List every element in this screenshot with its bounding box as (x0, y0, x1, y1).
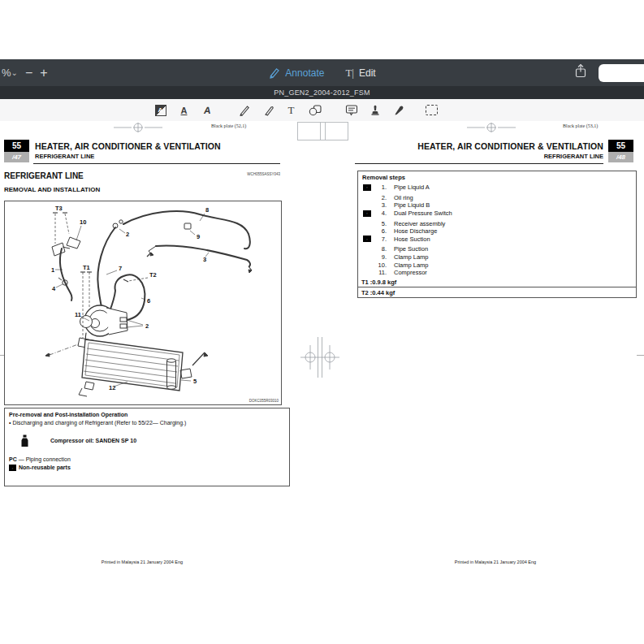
non-reusable-marker-icon: ◦ (363, 184, 371, 191)
removal-steps-title: Removal steps (362, 174, 636, 181)
diagram-callout-label: 2 (126, 231, 129, 238)
edit-label: Edit (359, 67, 376, 79)
step-number: 1. (374, 184, 387, 191)
chapter-title-left: HEATER, AIR CONDITIONER & VENTILATION (35, 141, 221, 151)
non-reusable-label: Non-reusable parts (19, 464, 71, 472)
pdf-document-view[interactable]: Black plate (52,1) 55 /47 HEATER, AIR CO… (0, 121, 644, 644)
removal-step: ◦7.Hose Suction (358, 236, 636, 244)
zoom-percent-label: % (2, 67, 11, 79)
info-box-title: Pre-removal and Post-installation Operat… (9, 411, 285, 419)
oil-bottle-icon (20, 434, 29, 447)
note-icon (345, 104, 358, 116)
diagram-callout-label: T1 (83, 264, 90, 271)
eraser-button[interactable] (261, 103, 274, 117)
share-button[interactable] (574, 63, 587, 82)
search-field[interactable] (599, 64, 644, 82)
diagram-callout-label: 2 (145, 322, 149, 330)
step-number: 10. (374, 261, 387, 269)
gutter-registration-marks (292, 337, 352, 378)
diagram-callout-label: 5 (193, 378, 197, 385)
section-title-left: REFRIGERANT LINE (35, 153, 94, 160)
removal-step: 2.Oil ring (358, 194, 636, 202)
diagram-callout-label: 12 (109, 384, 115, 391)
underline-text-button[interactable]: A (177, 103, 191, 117)
step-number: 6. (374, 227, 387, 235)
header-rule-right (355, 163, 603, 164)
edit-mode-button[interactable]: T| Edit (345, 67, 375, 80)
diagram-callout-label: 10 (80, 218, 86, 226)
step-label: Compressor (394, 269, 427, 276)
footer-left: Printed in Malaysia 21 January 2004 Eng (45, 560, 240, 564)
diagram-callout-label: 11 (75, 311, 81, 318)
pen-annotate-icon (268, 67, 280, 79)
signature-button[interactable] (368, 103, 382, 117)
step-number: 5. (374, 220, 387, 227)
diagram-callout-label: 9 (197, 233, 200, 240)
diagram-callout-label: 1 (51, 266, 54, 274)
removal-step: 3.Pipe Liquid B (358, 201, 636, 210)
step-label: Hose Suction (394, 236, 430, 243)
compressor-oil-label: Compressor oil: SANDEN SP 10 (50, 437, 136, 445)
step-label: Oil ring (394, 194, 413, 201)
step-label: Pipe Liquid A (394, 184, 430, 191)
refrigerant-diagram-svg: T3108921T173T246112125 (5, 201, 281, 404)
step-number: 11. (374, 269, 387, 276)
zoom-level-control[interactable]: % ⌄ (2, 67, 18, 79)
shapes-button[interactable] (308, 103, 322, 117)
non-reusable-marker-icon: ◦ (9, 465, 16, 471)
diagram-callout-label: 4 (52, 285, 56, 292)
fountain-pen-icon (393, 105, 404, 116)
step-label: Hose Discharge (394, 227, 437, 235)
step-label: Pipe Liquid B (394, 201, 430, 209)
step-label: Clamp Lamp (394, 261, 429, 269)
app-toolbar: % ⌄ − + Annotate T| Edit (0, 59, 644, 86)
torque-spec: T2 :0.44 kgf (358, 287, 636, 297)
removal-steps-list: ◦1.Pipe Liquid A2.Oil ring3.Pipe Liquid … (358, 184, 636, 284)
header-rule-left (33, 163, 280, 164)
diagram-callout-label: 7 (119, 265, 122, 272)
removal-step: 5.Receiver assembly (358, 219, 636, 227)
diagram-callout-label: 8 (205, 206, 209, 214)
fill-sign-pen-button[interactable] (391, 103, 405, 117)
diagram-callout-label: T3 (55, 205, 63, 212)
document-title: PN_GEN2_2004-2012_FSM (274, 89, 370, 97)
info-box-bullet-line: • Discharging and charging of Refrigeran… (9, 419, 285, 427)
removal-step: 11.Compressor (358, 269, 636, 277)
markup-style-icon: A (155, 105, 166, 116)
zoom-out-button[interactable]: − (25, 66, 32, 80)
annotation-toolbar: A A A T (0, 99, 644, 122)
chapter-number-badge: 55 (608, 140, 633, 152)
heading-code: WCH055SASSY043 (195, 172, 280, 176)
zoom-in-button[interactable]: + (40, 66, 47, 80)
removal-step: 6.Hose Discharge (358, 227, 636, 236)
text-edit-icon: T| (345, 67, 354, 80)
non-reusable-marker-icon: ◦ (363, 210, 371, 217)
footer-right: Printed in Malaysia 21 January 2004 Eng (398, 560, 593, 564)
font-style-button[interactable]: A (200, 103, 215, 117)
step-number: 9. (374, 253, 387, 261)
plate-note-left: Black plate (52,1) (211, 123, 246, 128)
section-title-right: REFRIGERANT LINE (341, 153, 603, 160)
diagram-callout-label: 6 (147, 297, 150, 305)
edge-tick (637, 355, 644, 356)
removal-step: ◦1.Pipe Liquid A (358, 184, 636, 192)
registration-mark (114, 121, 162, 134)
markup-style-button[interactable]: A (153, 103, 167, 117)
removal-steps-box: Removal steps ◦1.Pipe Liquid A2.Oil ring… (357, 171, 637, 279)
diagram-callout-label: 3 (203, 256, 206, 263)
pre-removal-info-box: Pre-removal and Post-installation Operat… (4, 408, 290, 486)
step-label: Receiver assembly (394, 220, 445, 227)
removal-step: 8.Pipe Suction (358, 245, 636, 253)
page-heading-left: REFRIGERANT LINE (4, 171, 84, 180)
step-label: Dual Pressure Switch (394, 210, 452, 217)
annotate-mode-button[interactable]: Annotate (268, 67, 324, 79)
document-title-bar: PN_GEN2_2004-2012_FSM (0, 86, 644, 99)
step-number: 2. (374, 194, 387, 201)
step-number: 4. (374, 210, 387, 217)
text-tool-button[interactable]: T (284, 103, 298, 117)
annotate-label: Annotate (285, 67, 324, 79)
corner-crop-mark (320, 122, 348, 140)
note-button[interactable] (344, 103, 358, 117)
selection-button[interactable] (425, 103, 439, 117)
pencil-button[interactable] (237, 103, 251, 117)
